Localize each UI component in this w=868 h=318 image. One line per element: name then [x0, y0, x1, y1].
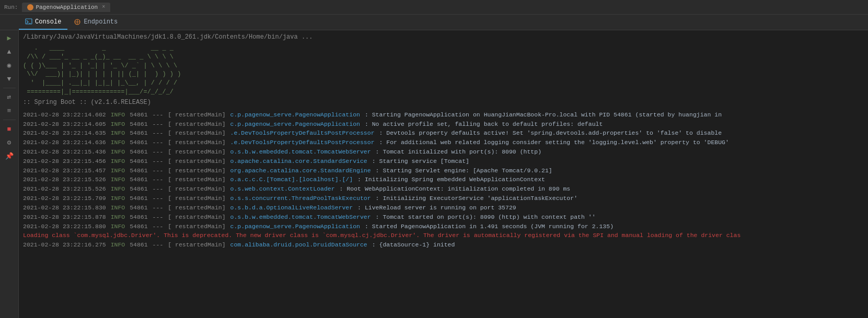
log-pid-6: 54861 — [130, 166, 148, 175]
last-log-thread: [ restartedMain] — [168, 240, 225, 250]
log-class-9: o.s.s.concurrent.ThreadPoolTaskExecutor — [230, 194, 371, 203]
log-level-8: INFO — [111, 184, 125, 194]
last-log-dashes: --- — [153, 240, 164, 250]
stop-btn[interactable]: ■ — [2, 123, 17, 135]
log-level-7: INFO — [111, 175, 125, 184]
sidebar: ▶ ▲ ◉ ▼ ⇄ ≡ ■ ⚙ 📌 — [0, 30, 19, 318]
log-ts-9: 2021-02-28 23:22:15.709 — [23, 194, 106, 203]
run-label: Run: — [4, 4, 18, 10]
log-class-0: c.p.pagenow_serve.PagenowApplication — [230, 110, 360, 120]
log-class-7: o.a.c.c.C.[Tomcat].[localhost].[/] — [230, 175, 353, 184]
log-dashes-4: --- — [153, 147, 164, 157]
spring-version-text: :: Spring Boot :: (v2.1.6.RELEASE) — [23, 99, 151, 106]
log-dashes-7: --- — [153, 175, 164, 184]
log-level-4: INFO — [111, 147, 125, 157]
toolbar-left — [0, 20, 19, 25]
log-thread-2: [ restartedMain] — [168, 128, 225, 138]
log-pid-8: 54861 — [130, 184, 148, 194]
log-thread-11: [ restartedMain] — [168, 213, 225, 222]
log-class-1: c.p.pagenow_serve.PagenowApplication — [230, 120, 360, 129]
log-line-4: 2021-02-28 23:22:15.436 INFO 54861 --- [… — [23, 147, 864, 157]
title-bar: Run: PagenowApplication × — [0, 0, 868, 15]
log-level-3: INFO — [111, 138, 125, 147]
log-ts-3: 2021-02-28 23:22:14.636 — [23, 138, 106, 147]
log-class-5: o.apache.catalina.core.StandardService — [230, 157, 367, 166]
log-ts-8: 2021-02-28 23:22:15.526 — [23, 184, 106, 194]
scroll-up-btn[interactable]: ▲ — [2, 46, 17, 57]
log-pid-11: 54861 — [130, 213, 148, 222]
log-dashes-1: --- — [153, 120, 164, 129]
log-thread-4: [ restartedMain] — [168, 147, 225, 157]
tab-endpoints[interactable]: Endpoints — [67, 15, 124, 30]
last-log-class: com.alibaba.druid.pool.DruidDataSource — [230, 240, 367, 250]
log-level-1: INFO — [111, 120, 125, 129]
log-ts-11: 2021-02-28 23:22:15.878 — [23, 213, 106, 222]
log-ts-5: 2021-02-28 23:22:15.456 — [23, 157, 106, 166]
spring-version: :: Spring Boot :: (v2.1.6.RELEASE) — [23, 99, 864, 106]
log-line-10: 2021-02-28 23:22:15.830 INFO 54861 --- [… — [23, 203, 864, 213]
log-msg-3: : For additional web related logging con… — [379, 138, 728, 147]
settings-btn[interactable]: ⚙ — [2, 137, 17, 148]
log-pid-12: 54861 — [130, 222, 148, 231]
log-class-8: o.s.web.context.ContextLoader — [230, 184, 335, 194]
endpoints-icon — [74, 18, 81, 26]
log-level-6: INFO — [111, 166, 125, 175]
log-pid-10: 54861 — [130, 203, 148, 213]
ascii-art: . ____ _ __ _ _ /\\ / ___'_ __ _ _(_)_ _… — [23, 44, 864, 97]
log-ts-12: 2021-02-28 23:22:15.880 — [23, 222, 106, 231]
log-class-2: .e.DevToolsPropertyDefaultsPostProcessor — [230, 128, 375, 138]
endpoints-tab-label: Endpoints — [84, 18, 118, 26]
log-class-3: .e.DevToolsPropertyDefaultsPostProcessor — [230, 138, 375, 147]
log-dashes-9: --- — [153, 194, 164, 203]
tab-console[interactable]: Console — [19, 15, 67, 30]
log-pid-1: 54861 — [130, 120, 148, 129]
log-dashes-6: --- — [153, 166, 164, 175]
app-tab-name: PagenowApplication — [36, 4, 98, 10]
log-level-0: INFO — [111, 110, 125, 120]
log-msg-2: : Devtools property defaults active! Set… — [379, 128, 722, 138]
log-pid-9: 54861 — [130, 194, 148, 203]
wrap-btn[interactable]: ⇄ — [2, 91, 17, 103]
log-line-6: 2021-02-28 23:22:15.457 INFO 54861 --- [… — [23, 166, 864, 175]
log-thread-3: [ restartedMain] — [168, 138, 225, 147]
log-level-2: INFO — [111, 128, 125, 138]
toolbar-tabs: Console Endpoints — [19, 15, 124, 30]
log-thread-8: [ restartedMain] — [168, 184, 225, 194]
log-class-10: o.s.b.d.a.OptionalLiveReloadServer — [230, 203, 353, 213]
log-dashes-11: --- — [153, 213, 164, 222]
log-line-11: 2021-02-28 23:22:15.878 INFO 54861 --- [… — [23, 213, 864, 222]
log-level-11: INFO — [111, 213, 125, 222]
log-level-9: INFO — [111, 194, 125, 203]
log-msg-0: : Starting PagenowApplication on HuangJi… — [365, 110, 722, 120]
log-line-12: 2021-02-28 23:22:15.880 INFO 54861 --- [… — [23, 222, 864, 231]
toolbar: Console Endpoints — [0, 15, 868, 30]
sidebar-separator-2 — [3, 120, 16, 120]
rerun-btn[interactable]: ▶ — [2, 32, 17, 44]
last-log-pid: 54861 — [130, 240, 148, 250]
log-dashes-8: --- — [153, 184, 164, 194]
log-dashes-12: --- — [153, 222, 164, 231]
pin-btn[interactable]: 📌 — [2, 150, 17, 162]
log-pid-0: 54861 — [130, 110, 148, 120]
log-dashes-3: --- — [153, 138, 164, 147]
error-line: Loading class `com.mysql.jdbc.Driver'. T… — [23, 231, 864, 240]
log-ts-4: 2021-02-28 23:22:15.436 — [23, 147, 106, 157]
log-line-3: 2021-02-28 23:22:14.636 INFO 54861 --- [… — [23, 138, 864, 147]
log-level-12: INFO — [111, 222, 125, 231]
format-btn[interactable]: ≡ — [2, 105, 17, 116]
log-dashes-2: --- — [153, 128, 164, 138]
log-msg-7: : Initializing Spring embedded WebApplic… — [357, 175, 545, 184]
last-log-msg: : {dataSource-1} inited — [372, 240, 455, 250]
log-thread-12: [ restartedMain] — [168, 222, 225, 231]
last-log-line: 2021-02-28 23:22:16.275 INFO 54861 --- [… — [23, 240, 864, 250]
log-msg-5: : Starting service [Tomcat] — [372, 157, 469, 166]
app-tab[interactable]: PagenowApplication × — [22, 3, 110, 12]
tab-close-icon[interactable]: × — [102, 4, 105, 10]
scroll-down-btn[interactable]: ▼ — [2, 73, 17, 85]
log-msg-9: : Initializing ExecutorService 'applicat… — [376, 194, 577, 203]
console-area[interactable]: /Library/Java/JavaVirtualMachines/jdk1.8… — [19, 30, 868, 318]
log-ts-7: 2021-02-28 23:22:15.526 — [23, 175, 106, 184]
log-thread-1: [ restartedMain] — [168, 120, 225, 129]
camera-btn[interactable]: ◉ — [2, 60, 17, 71]
log-ts-10: 2021-02-28 23:22:15.830 — [23, 203, 106, 213]
